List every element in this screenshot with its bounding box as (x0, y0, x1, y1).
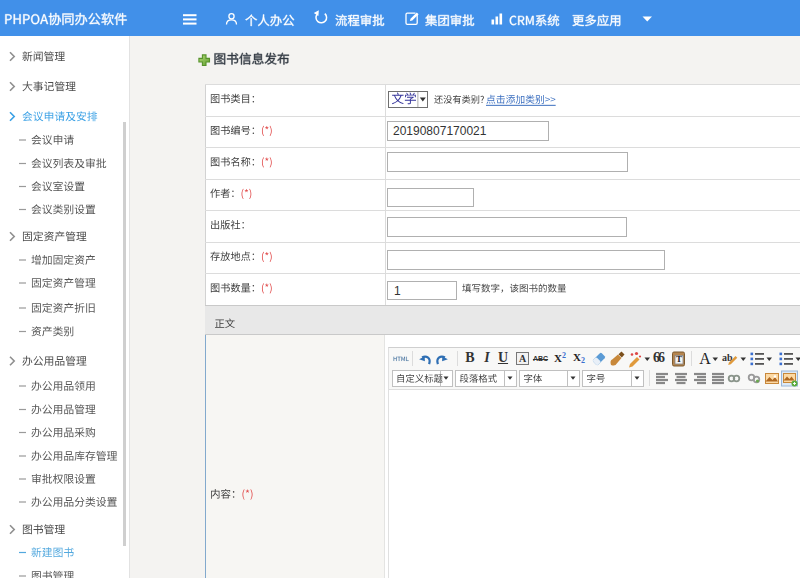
svg-text:T: T (676, 354, 682, 364)
